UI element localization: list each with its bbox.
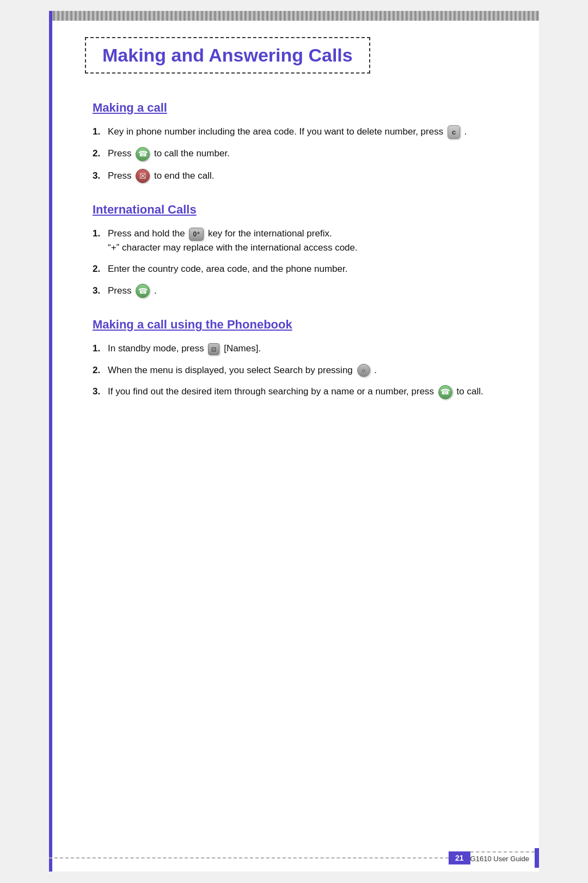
footer-dashes: [49, 857, 449, 858]
end-button-icon: ☒: [136, 169, 150, 183]
step-item: 3. If you find out the desired item thro…: [93, 385, 495, 399]
nav-button-icon: ○: [357, 364, 370, 377]
section-title-making-a-call: Making a call: [93, 101, 495, 115]
step-number: 2.: [93, 147, 108, 161]
top-decoration: [49, 11, 539, 21]
left-accent-bar: [49, 11, 52, 872]
step-text: If you find out the desired item through…: [108, 385, 495, 399]
steps-phonebook-call: 1. In standby mode, press ⊡ [Names]. 2. …: [93, 342, 495, 399]
step-text: Press ☎ .: [108, 284, 495, 299]
names-softkey-icon: ⊡: [208, 343, 219, 356]
steps-making-a-call: 1. Key in phone number including the are…: [93, 125, 495, 183]
footer-right-bar: [535, 848, 539, 868]
step-text: Enter the country code, area code, and t…: [108, 262, 495, 276]
title-box: Making and Answering Calls: [85, 37, 370, 74]
step-number: 3.: [93, 284, 108, 298]
step-item: 2. Enter the country code, area code, an…: [93, 262, 495, 276]
step-number: 3.: [93, 169, 108, 183]
footer-guide-text: G1610 User Guide: [470, 851, 535, 865]
step-text: Press ☒ to end the call.: [108, 169, 495, 184]
step-number: 2.: [93, 363, 108, 377]
step-item: 1. Press and hold the 0⁺ key for the int…: [93, 227, 495, 254]
page-title: Making and Answering Calls: [102, 45, 353, 66]
section-title-phonebook-call: Making a call using the Phonebook: [93, 318, 495, 332]
call-button-icon: ☎: [136, 147, 150, 161]
step-item: 1. Key in phone number including the are…: [93, 125, 495, 139]
step-number: 2.: [93, 262, 108, 276]
zero-plus-key-icon: 0⁺: [189, 228, 204, 241]
step-number: 1.: [93, 125, 108, 139]
section-international-calls: International Calls 1. Press and hold th…: [93, 203, 495, 298]
call-button-icon: ☎: [136, 284, 150, 298]
steps-international-calls: 1. Press and hold the 0⁺ key for the int…: [93, 227, 495, 298]
header-area: Making and Answering Calls: [49, 21, 539, 90]
step-text: When the menu is displayed, you select S…: [108, 363, 495, 377]
step-number: 3.: [93, 385, 108, 399]
step-item: 2. When the menu is displayed, you selec…: [93, 363, 495, 377]
section-phonebook-call: Making a call using the Phonebook 1. In …: [93, 318, 495, 399]
section-making-a-call: Making a call 1. Key in phone number inc…: [93, 101, 495, 183]
call-button-icon: ☎: [438, 385, 452, 399]
step-item: 3. Press ☒ to end the call.: [93, 169, 495, 184]
page-footer: 21 G1610 User Guide: [49, 844, 539, 872]
page: Making and Answering Calls Making a call…: [49, 11, 539, 872]
step-text: In standby mode, press ⊡ [Names].: [108, 342, 495, 356]
step-number: 1.: [93, 342, 108, 356]
step-text: Press and hold the 0⁺ key for the intern…: [108, 227, 495, 254]
step-subtext: “+” character may replace with the inter…: [108, 242, 358, 253]
step-number: 1.: [93, 227, 108, 241]
step-text: Key in phone number including the area c…: [108, 125, 495, 139]
step-item: 3. Press ☎ .: [93, 284, 495, 299]
section-title-international-calls: International Calls: [93, 203, 495, 217]
step-item: 2. Press ☎ to call the number.: [93, 147, 495, 161]
step-item: 1. In standby mode, press ⊡ [Names].: [93, 342, 495, 356]
main-content: Making a call 1. Key in phone number inc…: [49, 90, 539, 430]
clear-button-icon: c: [448, 125, 460, 139]
page-number: 21: [455, 854, 464, 862]
step-text: Press ☎ to call the number.: [108, 147, 495, 161]
page-number-badge: 21: [449, 851, 470, 864]
